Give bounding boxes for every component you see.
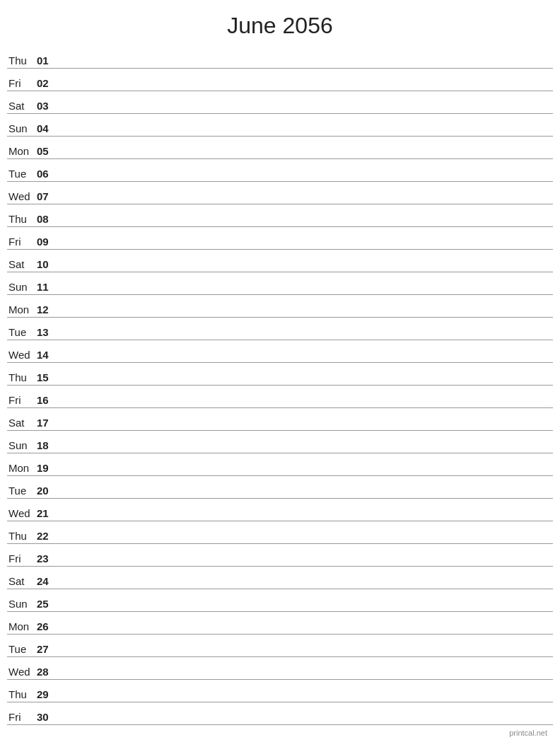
day-name: Mon <box>7 620 37 632</box>
table-row: Thu15 <box>7 363 553 386</box>
table-row: Thu22 <box>7 521 553 544</box>
day-number: 15 <box>37 371 57 383</box>
table-row: Tue20 <box>7 476 553 499</box>
day-number: 14 <box>37 349 57 361</box>
table-row: Tue13 <box>7 318 553 340</box>
table-row: Wed28 <box>7 657 553 680</box>
day-name: Tue <box>7 643 37 655</box>
day-number: 29 <box>37 688 57 700</box>
day-name: Fri <box>7 552 37 564</box>
table-row: Thu29 <box>7 680 553 702</box>
day-number: 23 <box>37 552 57 564</box>
day-number: 21 <box>37 507 57 519</box>
day-number: 10 <box>37 258 57 270</box>
day-number: 28 <box>37 666 57 678</box>
table-row: Sat17 <box>7 408 553 431</box>
day-name: Sun <box>7 122 37 134</box>
table-row: Sat03 <box>7 91 553 114</box>
day-name: Thu <box>7 530 37 542</box>
calendar-list: Thu01Fri02Sat03Sun04Mon05Tue06Wed07Thu08… <box>0 46 560 725</box>
day-number: 02 <box>37 77 57 89</box>
day-name: Tue <box>7 326 37 338</box>
day-name: Thu <box>7 54 37 66</box>
table-row: Wed21 <box>7 499 553 521</box>
day-name: Fri <box>7 77 37 89</box>
table-row: Fri02 <box>7 69 553 91</box>
table-row: Sun11 <box>7 272 553 295</box>
day-name: Tue <box>7 168 37 180</box>
table-row: Fri09 <box>7 227 553 250</box>
footer-credit: printcal.net <box>509 729 547 737</box>
day-name: Thu <box>7 213 37 225</box>
table-row: Mon26 <box>7 612 553 635</box>
table-row: Fri16 <box>7 386 553 408</box>
table-row: Tue27 <box>7 635 553 657</box>
day-number: 22 <box>37 530 57 542</box>
table-row: Mon19 <box>7 453 553 476</box>
day-number: 26 <box>37 620 57 632</box>
table-row: Mon12 <box>7 295 553 318</box>
table-row: Mon05 <box>7 137 553 159</box>
table-row: Fri30 <box>7 702 553 725</box>
table-row: Fri23 <box>7 544 553 567</box>
day-number: 12 <box>37 303 57 315</box>
table-row: Sat10 <box>7 250 553 272</box>
day-name: Sat <box>7 100 37 112</box>
day-name: Fri <box>7 711 37 723</box>
day-number: 18 <box>37 439 57 451</box>
day-name: Sun <box>7 281 37 293</box>
day-name: Wed <box>7 507 37 519</box>
day-number: 09 <box>37 236 57 248</box>
day-name: Sat <box>7 258 37 270</box>
day-number: 04 <box>37 122 57 134</box>
day-number: 17 <box>37 417 57 429</box>
day-name: Fri <box>7 394 37 406</box>
day-name: Thu <box>7 688 37 700</box>
day-number: 13 <box>37 326 57 338</box>
table-row: Thu08 <box>7 204 553 227</box>
day-number: 19 <box>37 462 57 474</box>
table-row: Sun25 <box>7 589 553 612</box>
day-number: 07 <box>37 190 57 202</box>
day-number: 24 <box>37 575 57 587</box>
day-number: 25 <box>37 598 57 610</box>
table-row: Sat24 <box>7 567 553 589</box>
day-name: Tue <box>7 485 37 497</box>
day-name: Fri <box>7 236 37 248</box>
day-number: 05 <box>37 145 57 157</box>
day-name: Wed <box>7 349 37 361</box>
day-number: 08 <box>37 213 57 225</box>
day-name: Sun <box>7 439 37 451</box>
day-name: Mon <box>7 462 37 474</box>
day-number: 11 <box>37 281 57 293</box>
table-row: Sun04 <box>7 114 553 137</box>
day-number: 16 <box>37 394 57 406</box>
table-row: Wed07 <box>7 182 553 204</box>
table-row: Sun18 <box>7 431 553 453</box>
day-number: 27 <box>37 643 57 655</box>
day-name: Thu <box>7 371 37 383</box>
day-number: 20 <box>37 485 57 497</box>
table-row: Wed14 <box>7 340 553 363</box>
table-row: Tue06 <box>7 159 553 182</box>
table-row: Thu01 <box>7 46 553 69</box>
day-name: Wed <box>7 190 37 202</box>
day-number: 03 <box>37 100 57 112</box>
day-name: Sat <box>7 575 37 587</box>
day-name: Wed <box>7 666 37 678</box>
day-number: 06 <box>37 168 57 180</box>
day-name: Sat <box>7 417 37 429</box>
day-number: 01 <box>37 54 57 66</box>
page-title: June 2056 <box>0 0 560 46</box>
day-number: 30 <box>37 711 57 723</box>
day-name: Mon <box>7 303 37 315</box>
day-name: Mon <box>7 145 37 157</box>
day-name: Sun <box>7 598 37 610</box>
